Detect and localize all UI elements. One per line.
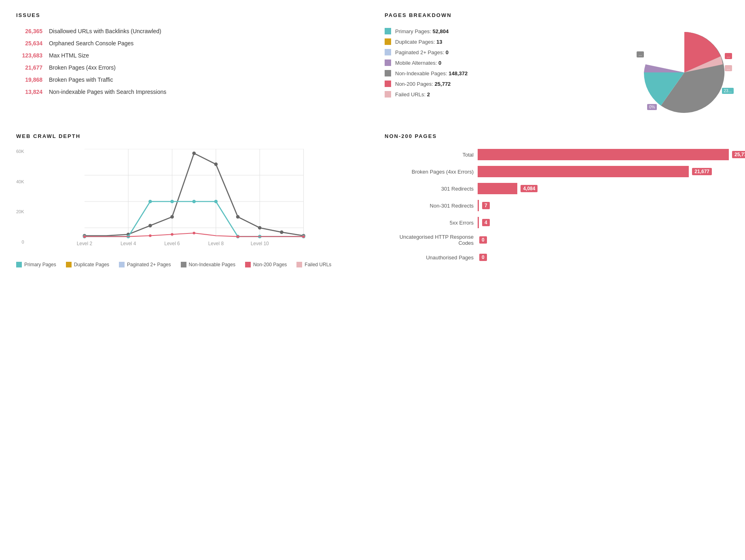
bar-value-0: 25,772 [732,151,745,158]
svg-point-28 [83,235,86,238]
bar-track-0: 25,772 [478,149,729,160]
issue-item-0: 26,365Disallowed URLs with Backlinks (Un… [16,28,360,34]
issue-number-0: 26,365 [16,28,42,34]
bar-track-3: 7 [478,200,729,211]
legend-item-1: Duplicate Pages: 13 [385,38,632,45]
bar-label-3: Non-301 Redirects [385,203,474,209]
bar-row-4: 5xx Errors 4 [385,217,729,228]
bar-value-2: 4,084 [521,185,538,192]
bar-row-5: Uncategorised HTTP Response Codes 0 [385,234,729,246]
svg-point-15 [236,215,239,219]
bar-fill-1 [478,166,689,177]
legend-paginated: Paginated 2+ Pages [119,262,171,267]
bar-label-4: 5xx Errors [385,220,474,226]
legend-label-2: Paginated 2+ Pages: 0 [395,49,449,55]
legend-item-6: Failed URLs: 2 [385,91,632,98]
pie-label-red: ... [725,53,732,59]
svg-point-21 [148,200,152,204]
issue-label-4: Broken Pages with Traffic [49,76,113,83]
bar-value-3: 7 [482,202,490,209]
non200-section: NON-200 PAGES Total 25,772 Broken Pages … [385,133,729,269]
legend-item-3: Mobile Alternates: 0 [385,59,632,66]
svg-text:Level 6: Level 6 [164,241,180,246]
legend-primary: Primary Pages [16,262,56,267]
legend-item-4: Non-Indexable Pages: 148,372 [385,70,632,76]
legend-label-4: Non-Indexable Pages: 148,372 [395,70,468,76]
svg-text:Level 10: Level 10 [250,241,269,246]
svg-point-29 [149,234,152,237]
crawl-depth-title: WEB CRAWL DEPTH [16,133,360,139]
bar-row-0: Total 25,772 [385,149,729,160]
crawl-depth-section: WEB CRAWL DEPTH 60K 40K 20K 0 [16,133,360,269]
non200-bars: Total 25,772 Broken Pages (4xx Errors) 2… [385,149,729,263]
issue-item-4: 19,868Broken Pages with Traffic [16,76,360,83]
pie-chart: ... ... ... 23... 0% [640,28,729,117]
legend-failed-label: Failed URLs [305,262,331,267]
y-label-60k: 60K [16,149,24,154]
non200-title: NON-200 PAGES [385,133,729,139]
y-label-40k: 40K [16,179,24,184]
svg-point-11 [148,224,152,227]
crawl-legend: Primary Pages Duplicate Pages Paginated … [16,262,360,267]
y-label-0: 0 [21,240,24,244]
svg-point-22 [170,200,174,204]
legend-item-5: Non-200 Pages: 25,772 [385,81,632,87]
bar-value-5: 0 [479,236,487,244]
bar-label-0: Total [385,152,474,158]
bar-label-6: Unauthorised Pages [385,255,474,261]
bar-row-2: 301 Redirects 4,084 [385,183,729,194]
bar-fill-3 [478,200,479,211]
legend-paginated-color [119,262,125,267]
pie-label-purple: 0% [647,104,657,110]
pie-label-teal: 23... [722,88,734,94]
pages-breakdown-section: PAGES BREAKDOWN Primary Pages: 52,804 Du… [385,12,729,117]
pie-label-gray: ... [637,51,644,57]
issue-number-4: 19,868 [16,76,42,83]
issue-number-2: 123,683 [16,52,42,59]
issue-number-1: 25,634 [16,40,42,47]
svg-point-12 [170,215,174,219]
legend-nonindexable-label: Non-Indexable Pages [189,262,235,267]
legend-duplicate-color [66,262,72,267]
svg-point-24 [214,200,218,204]
legend-item-2: Paginated 2+ Pages: 0 [385,49,632,55]
legend-failed: Failed URLs [296,262,331,267]
legend-label-1: Duplicate Pages: 13 [395,39,442,45]
issues-list: 26,365Disallowed URLs with Backlinks (Un… [16,28,360,95]
legend-paginated-label: Paginated 2+ Pages [127,262,171,267]
issue-item-5: 13,824Non-indexable Pages with Search Im… [16,89,360,95]
legend-dot-4 [385,70,391,76]
legend-non200-color [245,262,251,267]
svg-text:Level 2: Level 2 [76,241,92,246]
bar-track-6: 0 [478,252,729,263]
legend-non200-label: Non-200 Pages [253,262,287,267]
bar-row-6: Unauthorised Pages 0 [385,252,729,263]
legend-dot-6 [385,91,391,98]
svg-point-14 [214,163,218,166]
issue-item-2: 123,683Max HTML Size [16,52,360,59]
legend-item-0: Primary Pages: 52,804 [385,28,632,34]
bar-value-1: 21,677 [692,168,712,175]
bar-value-6: 0 [479,254,487,261]
svg-text:Level 4: Level 4 [121,241,136,246]
issue-number-3: 21,677 [16,64,42,71]
legend-dot-0 [385,28,391,34]
bar-track-1: 21,677 [478,166,729,177]
legend-duplicate: Duplicate Pages [66,262,109,267]
svg-point-31 [193,232,195,235]
legend-primary-label: Primary Pages [24,262,56,267]
bar-label-5: Uncategorised HTTP Response Codes [385,234,474,246]
bar-label-1: Broken Pages (4xx Errors) [385,169,474,175]
legend-non200: Non-200 Pages [245,262,287,267]
issue-item-3: 21,677Broken Pages (4xx Errors) [16,64,360,71]
pages-legend: Primary Pages: 52,804 Duplicate Pages: 1… [385,28,632,102]
issue-label-5: Non-indexable Pages with Search Impressi… [49,89,166,95]
legend-primary-color [16,262,22,267]
svg-point-32 [236,235,239,238]
legend-label-3: Mobile Alternates: 0 [395,60,441,66]
issue-label-3: Broken Pages (4xx Errors) [49,64,116,71]
svg-point-13 [192,152,196,155]
legend-dot-5 [385,81,391,87]
issues-section: ISSUES 26,365Disallowed URLs with Backli… [16,12,360,117]
issue-label-2: Max HTML Size [49,52,89,59]
